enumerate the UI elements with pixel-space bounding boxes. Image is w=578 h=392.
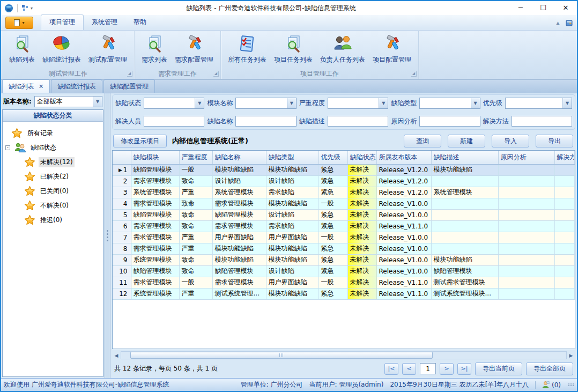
row-header[interactable]: 2	[113, 175, 131, 187]
first-page-button[interactable]: |<	[384, 363, 398, 375]
tree-item-推迟(0)[interactable]: 推迟(0)	[24, 213, 102, 227]
dialog-launcher-icon[interactable]: ◢	[213, 71, 219, 77]
doc-tab-缺陷统计报表[interactable]: 缺陷统计报表	[51, 79, 102, 93]
tree-item-不解决(0)[interactable]: 不解决(0)	[24, 198, 102, 213]
dialog-launcher-icon[interactable]: ◢	[411, 71, 417, 77]
ribbon-button-需求列表[interactable]: 需求列表	[138, 33, 171, 66]
filter-combobox-优先级[interactable]: ▼	[505, 98, 572, 109]
tree-item-缺陷状态[interactable]: - 缺陷状态	[5, 140, 102, 155]
filter-input-解决方法[interactable]	[512, 116, 572, 127]
tree-item-所有记录[interactable]: 所有记录	[11, 126, 102, 140]
row-header[interactable]: 3	[113, 187, 131, 198]
row-header[interactable]: 5	[113, 209, 131, 220]
filter-input-缺陷描述[interactable]	[328, 116, 388, 127]
filter-input-缺陷名称[interactable]	[235, 116, 296, 127]
filter-combobox-模块名称[interactable]: ▼	[235, 98, 296, 109]
scrollbar-track[interactable]	[121, 351, 567, 359]
table-row[interactable]: 3系统管理模块严重系统管理模块需求缺陷紧急未解决Release_V1.2.0系统…	[113, 187, 575, 198]
toolbar-button-查询[interactable]: 查询	[404, 135, 441, 147]
column-header-缺陷状态[interactable]: 缺陷状态	[347, 151, 376, 164]
ribbon-tab-系统管理[interactable]: 系统管理	[84, 15, 125, 30]
table-row[interactable]: 12系统管理模块严重测试系统管理...模块功能缺陷紧急未解决Release_V1…	[113, 288, 575, 299]
table-row[interactable]: 8需求管理模块严重模块功能缺陷模块功能缺陷紧急未解决Release_V1.0.0	[113, 243, 575, 254]
column-header-所属发布版本[interactable]: 所属发布版本	[376, 151, 431, 164]
column-header-原因分析[interactable]: 原因分析	[498, 151, 554, 164]
column-header-缺陷模块[interactable]: 缺陷模块	[131, 151, 179, 164]
modify-display-items-button[interactable]: 修改显示项目	[113, 135, 167, 147]
column-header-解决方法[interactable]: 解决方法	[554, 151, 575, 164]
scrollbar-thumb[interactable]	[130, 352, 433, 359]
chevron-down-icon[interactable]: ▼	[471, 98, 480, 108]
scroll-left-icon[interactable]: ◀	[112, 351, 121, 359]
filter-input-解决人员[interactable]	[144, 116, 204, 127]
ribbon-button-测试配置管理[interactable]: 测试配置管理	[85, 33, 131, 66]
prev-page-button[interactable]: <	[402, 363, 416, 375]
filter-combobox-严重程度[interactable]: ▼	[328, 98, 388, 109]
chevron-down-icon[interactable]: ▼	[562, 98, 572, 108]
chevron-down-icon[interactable]: ▼	[93, 97, 102, 107]
ribbon-button-需求配置管理[interactable]: 需求配置管理	[171, 33, 217, 66]
row-header[interactable]: 11	[113, 277, 131, 288]
maximize-button[interactable]: ☐	[532, 1, 554, 15]
toolbar-button-导入[interactable]: 导入	[492, 135, 529, 147]
chevron-down-icon[interactable]: ▼	[287, 98, 296, 108]
row-header[interactable]: 7	[113, 232, 131, 243]
tree-item-未解决(12)[interactable]: 未解决(12)	[24, 155, 102, 169]
page-number-input[interactable]	[420, 363, 436, 374]
resize-grip[interactable]	[568, 383, 574, 386]
sidebar-splitter[interactable]	[105, 93, 110, 378]
row-header[interactable]: 12	[113, 288, 131, 299]
style-switch-icon[interactable]	[565, 19, 574, 27]
column-header-缺陷类型[interactable]: 缺陷类型	[266, 151, 318, 164]
message-indicator[interactable]: (0)	[542, 381, 561, 389]
doc-tab-缺陷列表[interactable]: 缺陷列表✕	[2, 79, 50, 93]
toolbar-button-新建[interactable]: 新建	[448, 135, 485, 147]
column-header-优先级[interactable]: 优先级	[318, 151, 347, 164]
column-header-缺陷名称[interactable]: 缺陷名称	[212, 151, 266, 164]
version-combobox[interactable]: 全部版本 ▼	[34, 96, 102, 107]
table-row[interactable]: 9系统管理模块致命模块功能缺陷模块功能缺陷紧急未解决Release_V1.0.0…	[113, 254, 575, 265]
doc-tab-缺陷配置管理[interactable]: 缺陷配置管理	[103, 79, 155, 93]
ribbon-button-项目任务列表[interactable]: 项目任务列表	[270, 33, 316, 66]
table-row[interactable]: 11需求管理模块一般需求管理模块用户界面缺陷一般未解决Release_V1.1.…	[113, 277, 575, 288]
column-header-缺陷描述[interactable]: 缺陷描述	[431, 151, 498, 164]
row-header[interactable]: 6	[113, 220, 131, 232]
table-row[interactable]: 10缺陷管理模块致命缺陷管理模块设计缺陷紧急未解决Release_V1.0.0缺…	[113, 265, 575, 277]
ribbon-button-缺陷列表[interactable]: 缺陷列表	[5, 33, 39, 66]
minimize-button[interactable]: ─	[509, 1, 532, 15]
row-header[interactable]: 8	[113, 243, 131, 254]
export-current-page-button[interactable]: 导出当前页	[475, 363, 522, 375]
filter-combobox-缺陷类型[interactable]: ▼	[419, 98, 480, 109]
ribbon-button-项目配置管理[interactable]: 项目配置管理	[369, 33, 415, 66]
scroll-right-icon[interactable]: ▶	[567, 351, 575, 359]
table-row[interactable]: ▶1缺陷管理模块一般模块功能缺陷模块功能缺陷紧急未解决Release_V1.2.…	[113, 164, 575, 175]
column-header-严重程度[interactable]: 严重程度	[179, 151, 212, 164]
next-page-button[interactable]: >	[440, 363, 454, 375]
dialog-launcher-icon[interactable]: ◢	[127, 71, 132, 77]
close-button[interactable]: ✕	[554, 1, 577, 15]
chevron-down-icon[interactable]: ▼	[195, 98, 204, 108]
row-header[interactable]: ▶1	[113, 164, 131, 175]
ribbon-button-负责人任务列表[interactable]: 负责人任务列表	[316, 33, 369, 66]
table-row[interactable]: 6需求管理模块致命需求管理模块需求缺陷紧急未解决Release_V1.1.0	[113, 220, 575, 232]
tree-item-已关闭(0)[interactable]: 已关闭(0)	[24, 184, 102, 198]
ribbon-tab-帮助[interactable]: 帮助	[125, 15, 154, 30]
export-all-pages-button[interactable]: 导出全部页	[526, 363, 573, 375]
chevron-down-icon[interactable]: ▼	[379, 98, 388, 108]
ribbon-button-缺陷统计报表[interactable]: 缺陷统计报表	[39, 33, 85, 66]
ribbon-collapse-icon[interactable]: ▲	[556, 20, 560, 26]
row-header[interactable]: 9	[113, 254, 131, 265]
quick-access-toolbar-button[interactable]: ▾	[21, 4, 33, 12]
filter-combobox-缺陷状态[interactable]: ▼	[144, 98, 204, 109]
close-tab-icon[interactable]: ✕	[39, 83, 43, 90]
table-row[interactable]: 2需求管理模块致命设计缺陷设计缺陷紧急未解决Release_V1.2.0	[113, 175, 575, 187]
ribbon-tab-项目管理[interactable]: 项目管理	[41, 14, 84, 30]
table-row[interactable]: 4需求管理模块致命需求管理模块模块功能缺陷一般未解决Release_V1.0.0	[113, 198, 575, 209]
filter-input-原因分析[interactable]	[419, 116, 480, 127]
row-header[interactable]: 4	[113, 198, 131, 209]
ribbon-button-所有任务列表[interactable]: 所有任务列表	[224, 33, 270, 66]
horizontal-scrollbar[interactable]: ◀ ▶	[112, 351, 575, 360]
row-header[interactable]: 10	[113, 265, 131, 277]
application-menu-button[interactable]: ▾	[5, 17, 33, 29]
tree-item-已解决(2)[interactable]: 已解决(2)	[24, 169, 102, 184]
